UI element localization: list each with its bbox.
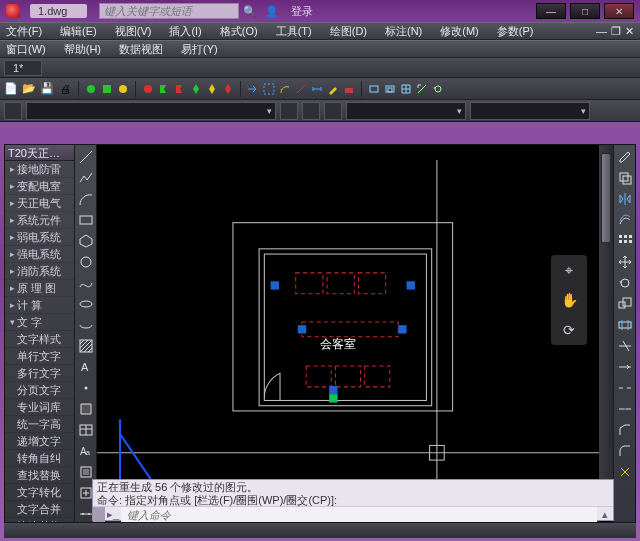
menu-param[interactable]: 参数(P) — [497, 24, 534, 39]
mdi-minimize-icon[interactable]: — — [596, 25, 607, 38]
command-handle[interactable] — [93, 507, 105, 522]
command-input[interactable] — [121, 507, 597, 522]
mdi-restore-icon[interactable]: ❐ — [611, 25, 621, 38]
arc-icon[interactable] — [78, 191, 94, 207]
login-link[interactable]: 登录 — [291, 4, 313, 19]
mtext-icon[interactable]: Aa — [78, 443, 94, 459]
erase-icon[interactable] — [617, 149, 633, 165]
polyline-icon[interactable] — [78, 170, 94, 186]
plotstyle-swatch[interactable] — [324, 102, 342, 120]
vertical-scrollbar[interactable] — [599, 145, 613, 520]
scale-tool-icon[interactable] — [416, 83, 428, 95]
palette-item[interactable]: ▸弱电系统 — [5, 229, 74, 246]
grid-tool-icon[interactable] — [400, 83, 412, 95]
brush-icon[interactable] — [327, 83, 339, 95]
linetype-combo[interactable] — [346, 102, 466, 120]
help-search-input[interactable] — [99, 3, 239, 19]
menu-help[interactable]: 帮助(H) — [64, 42, 101, 57]
flag-green-icon[interactable] — [158, 83, 170, 95]
palette-item[interactable]: ▾文 字 — [5, 314, 74, 331]
menu-modify[interactable]: 修改(M) — [440, 24, 479, 39]
trim-icon[interactable] — [617, 338, 633, 354]
circle-icon[interactable] — [78, 254, 94, 270]
palette-item[interactable]: ▸变配电室 — [5, 178, 74, 195]
array-icon[interactable] — [617, 233, 633, 249]
palette-item[interactable]: 单行文字 — [5, 348, 74, 365]
expand-icon[interactable]: ▸ — [7, 181, 17, 191]
rotate-tool-icon[interactable] — [432, 83, 444, 95]
scroll-thumb[interactable] — [601, 153, 611, 243]
palette-item[interactable]: 文字合并 — [5, 501, 74, 518]
spline-icon[interactable] — [78, 275, 94, 291]
zoom-extents-icon[interactable]: ⌖ — [565, 262, 573, 279]
ellipse-icon[interactable] — [78, 296, 94, 312]
expand-icon[interactable]: ▸ — [7, 215, 17, 225]
expand-icon[interactable]: ▸ — [7, 249, 17, 259]
print-icon[interactable]: 🖨 — [58, 82, 72, 96]
menu-yida[interactable]: 易打(Y) — [181, 42, 218, 57]
maximize-button[interactable]: □ — [570, 3, 600, 19]
line-icon[interactable] — [78, 149, 94, 165]
menu-tools[interactable]: 工具(T) — [276, 24, 312, 39]
help-search[interactable] — [99, 3, 239, 19]
table-icon[interactable] — [78, 422, 94, 438]
palette-item[interactable]: 文字样式 — [5, 331, 74, 348]
palette-item[interactable]: 专业词库 — [5, 399, 74, 416]
command-recent-icon[interactable]: ▴ — [597, 508, 613, 521]
menu-draw[interactable]: 绘图(D) — [330, 24, 367, 39]
expand-icon[interactable]: ▸ — [7, 198, 17, 208]
menu-format[interactable]: 格式(O) — [220, 24, 258, 39]
marker-yellow-icon[interactable] — [206, 83, 218, 95]
linetype-swatch[interactable] — [280, 102, 298, 120]
region-icon[interactable] — [78, 401, 94, 417]
point-yellow-icon[interactable] — [117, 83, 129, 95]
hatch-icon[interactable] — [78, 338, 94, 354]
rectangle-icon[interactable] — [78, 212, 94, 228]
copy-icon[interactable] — [617, 170, 633, 186]
explode-icon[interactable] — [617, 464, 633, 480]
new-icon[interactable]: 📄 — [4, 82, 18, 96]
select-rect-icon[interactable] — [263, 83, 275, 95]
menu-dim[interactable]: 标注(N) — [385, 24, 422, 39]
palette-item[interactable]: 多行文字 — [5, 365, 74, 382]
join-icon[interactable] — [617, 401, 633, 417]
palette-item[interactable]: ▸消防系统 — [5, 263, 74, 280]
expand-icon[interactable]: ▸ — [7, 266, 17, 276]
block-icon[interactable] — [78, 464, 94, 480]
palette-item[interactable]: ▸计 算 — [5, 297, 74, 314]
point-red-icon[interactable] — [142, 83, 154, 95]
polygon-icon[interactable] — [78, 233, 94, 249]
mdi-close-icon[interactable]: ✕ — [625, 25, 634, 38]
minimize-button[interactable]: — — [536, 3, 566, 19]
palette-item[interactable]: 分页文字 — [5, 382, 74, 399]
stretch-icon[interactable] — [617, 317, 633, 333]
user-icon[interactable]: 👤 — [264, 5, 280, 18]
point-green2-icon[interactable] — [101, 83, 113, 95]
eraser-icon[interactable] — [343, 83, 355, 95]
close-button[interactable]: ✕ — [604, 3, 634, 19]
expand-icon[interactable]: ▸ — [7, 164, 17, 174]
palette-item[interactable]: 文字转化 — [5, 484, 74, 501]
palette-item[interactable]: 统一字高 — [5, 416, 74, 433]
arrow-blue-icon[interactable] — [247, 83, 259, 95]
menu-file[interactable]: 文件(F) — [6, 24, 42, 39]
menu-edit[interactable]: 编辑(E) — [60, 24, 97, 39]
layer-color-swatch[interactable] — [4, 102, 22, 120]
palette-item[interactable]: 递增文字 — [5, 433, 74, 450]
point-green-icon[interactable] — [85, 83, 97, 95]
palette-item[interactable]: ▸天正电气 — [5, 195, 74, 212]
save-icon[interactable]: 💾 — [40, 82, 54, 96]
dim-tool-icon[interactable] — [311, 83, 323, 95]
arc-tool-icon[interactable] — [279, 83, 291, 95]
ellipse-arc-icon[interactable] — [78, 317, 94, 333]
rect-tool2-icon[interactable] — [384, 83, 396, 95]
point-icon[interactable] — [78, 380, 94, 396]
break-icon[interactable] — [617, 380, 633, 396]
menu-dataview[interactable]: 数据视图 — [119, 42, 163, 57]
open-icon[interactable]: 📂 — [22, 82, 36, 96]
expand-icon[interactable]: ▸ — [7, 300, 17, 310]
flag-red-icon[interactable] — [174, 83, 186, 95]
rotate-icon[interactable] — [617, 275, 633, 291]
rect-tool-icon[interactable] — [368, 83, 380, 95]
marker-green-icon[interactable] — [190, 83, 202, 95]
